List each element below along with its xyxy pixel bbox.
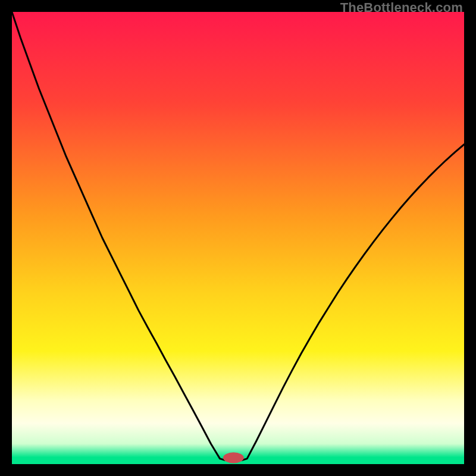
bottleneck-marker [223, 452, 244, 463]
outer-frame: TheBottleneck.com [0, 0, 476, 476]
gradient-background [12, 12, 464, 464]
bottleneck-chart [12, 12, 464, 464]
plot-area [12, 12, 464, 464]
